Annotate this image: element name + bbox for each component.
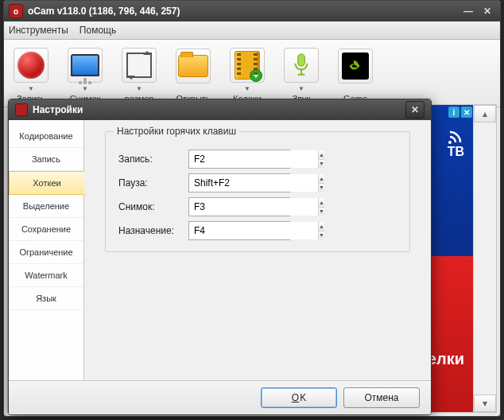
resize-icon [122, 48, 157, 83]
settings-panel: Настройки горячих клавиш Запись: ▲▼ Пауз… [84, 120, 431, 380]
spin-down-icon[interactable]: ▼ [319, 183, 324, 192]
microphone-icon [284, 48, 319, 83]
toolbar-game[interactable]: Game [333, 49, 378, 103]
sidebar-item-record[interactable]: Запись [9, 148, 83, 171]
menu-tools[interactable]: Инструменты [9, 25, 68, 36]
toolbar: ▼ Запись ▼ Снимок ▼ размер Открыть + ▼ [4, 40, 500, 107]
app-icon: o [9, 4, 23, 18]
sidebar-item-encoding[interactable]: Кодирование [9, 125, 83, 148]
window-title: oCam v118.0 (1186, 796, 446, 257) [28, 6, 180, 17]
hotkeys-group: Настройки горячих клавиш Запись: ▲▼ Пауз… [105, 131, 410, 252]
ad-info-icon[interactable]: i [448, 107, 459, 118]
dialog-app-icon [15, 103, 28, 116]
toolbar-codecs[interactable]: + ▼ Кодеки [225, 48, 269, 103]
chevron-down-icon: ▼ [298, 85, 304, 92]
assign-hotkey-input[interactable]: ▲▼ [188, 221, 290, 240]
spin-up-icon[interactable]: ▲ [319, 222, 324, 231]
spin-down-icon[interactable]: ▼ [319, 159, 324, 169]
toolbar-open[interactable]: Открыть [171, 49, 215, 103]
nvidia-icon [338, 49, 373, 84]
assign-hotkey-label: Назначение: [118, 225, 182, 236]
ok-button[interactable]: OK [261, 387, 337, 408]
menubar: Инструменты Помощь [4, 21, 500, 40]
spin-up-icon[interactable]: ▲ [319, 174, 324, 183]
toolbar-resize[interactable]: ▼ размер [117, 48, 161, 103]
spin-down-icon[interactable]: ▼ [319, 231, 324, 240]
record-hotkey-label: Запись: [118, 154, 182, 165]
scrollbar[interactable]: ▴ ▾ [473, 105, 496, 412]
toolbar-screenshot[interactable]: ▼ Снимок [63, 48, 107, 103]
chevron-down-icon: ▼ [82, 85, 88, 92]
sidebar-item-save[interactable]: Сохранение [9, 218, 83, 241]
sidebar-item-language[interactable]: Язык [9, 287, 83, 310]
settings-sidebar: Кодирование Запись Хоткеи Выделение Сохр… [9, 120, 84, 380]
screen-icon [68, 48, 103, 83]
snap-hotkey-field[interactable] [189, 198, 318, 216]
pause-hotkey-label: Пауза: [118, 177, 182, 189]
toolbar-sound[interactable]: ▼ Звук [279, 48, 324, 103]
svg-point-3 [448, 141, 452, 144]
pause-hotkey-input[interactable]: ▲▼ [188, 173, 290, 192]
spin-up-icon[interactable]: ▲ [319, 198, 324, 207]
spin-down-icon[interactable]: ▼ [319, 207, 324, 216]
folder-icon [176, 49, 211, 84]
scroll-down-button[interactable]: ▾ [474, 395, 496, 412]
assign-hotkey-field[interactable] [189, 222, 318, 239]
record-icon [14, 48, 48, 83]
sidebar-item-selection[interactable]: Выделение [9, 195, 83, 218]
group-legend: Настройки горячих клавиш [114, 126, 239, 137]
snap-hotkey-label: Снимок: [118, 201, 182, 212]
pause-hotkey-field[interactable] [189, 174, 318, 192]
sidebar-item-watermark[interactable]: Watermark [9, 264, 83, 287]
svg-rect-0 [298, 54, 305, 66]
snap-hotkey-input[interactable]: ▲▼ [188, 197, 290, 216]
main-titlebar[interactable]: o oCam v118.0 (1186, 796, 446, 257) — ✕ [4, 1, 500, 21]
dialog-footer: OK Отмена [9, 380, 431, 414]
film-icon: + [230, 48, 265, 83]
cancel-button[interactable]: Отмена [343, 387, 420, 408]
record-hotkey-field[interactable] [189, 150, 318, 168]
spin-up-icon[interactable]: ▲ [319, 150, 324, 159]
sidebar-item-hotkeys[interactable]: Хоткеи [9, 171, 84, 195]
dialog-title: Настройки [33, 104, 83, 115]
chevron-down-icon: ▼ [244, 85, 250, 92]
toolbar-record[interactable]: ▼ Запись [9, 48, 53, 103]
ad-tv-label: ТВ [448, 129, 464, 159]
scroll-up-button[interactable]: ▴ [474, 105, 496, 122]
chevron-down-icon: ▼ [28, 85, 34, 92]
record-hotkey-input[interactable]: ▲▼ [188, 150, 290, 169]
menu-help[interactable]: Помощь [79, 25, 116, 36]
sidebar-item-limit[interactable]: Ограничение [9, 241, 83, 264]
settings-dialog: Настройки ✕ Кодирование Запись Хоткеи Вы… [8, 99, 432, 415]
minimize-button[interactable]: — [460, 4, 476, 18]
ad-close-icon[interactable]: ✕ [461, 107, 472, 118]
dialog-titlebar[interactable]: Настройки ✕ [9, 99, 431, 120]
close-button[interactable]: ✕ [479, 4, 495, 18]
chevron-down-icon: ▼ [136, 85, 142, 92]
dialog-close-button[interactable]: ✕ [405, 101, 425, 119]
